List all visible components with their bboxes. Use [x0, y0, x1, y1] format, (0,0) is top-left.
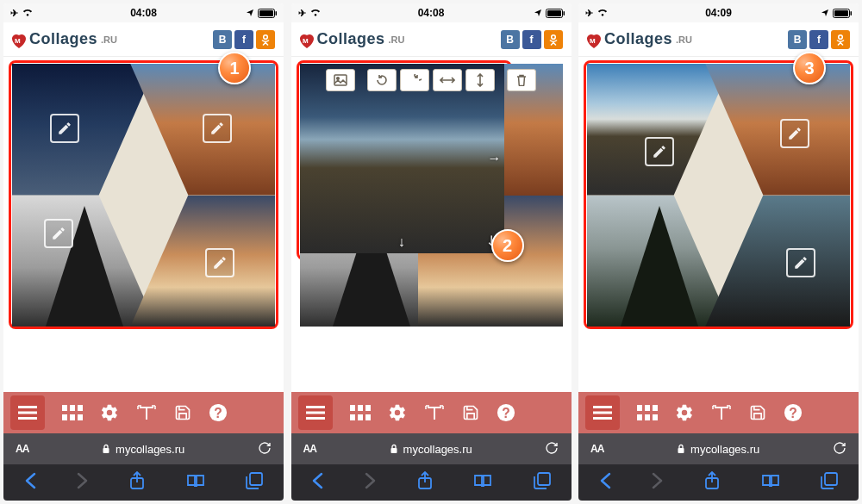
- image-edit-toolbar: [326, 69, 536, 91]
- odnoklassniki-button[interactable]: [256, 30, 275, 49]
- help-icon[interactable]: ?: [497, 403, 515, 422]
- collage-canvas[interactable]: → ↓ ↘: [300, 64, 563, 327]
- logo-text: Collages: [604, 30, 672, 48]
- help-icon[interactable]: ?: [209, 403, 228, 422]
- url-display[interactable]: mycollages.ru: [390, 443, 472, 456]
- tabs-icon[interactable]: [821, 472, 838, 493]
- settings-icon[interactable]: [100, 403, 119, 422]
- nav-back-icon[interactable]: [311, 472, 323, 493]
- menu-button[interactable]: [585, 395, 620, 430]
- resize-handle-bottom-icon[interactable]: ↓: [398, 234, 405, 250]
- tabs-icon[interactable]: [246, 472, 263, 493]
- edit-icon[interactable]: [786, 248, 815, 277]
- grid-icon[interactable]: [62, 405, 83, 420]
- help-icon[interactable]: ?: [784, 403, 803, 422]
- share-icon[interactable]: [417, 471, 433, 494]
- bookmarks-icon[interactable]: [761, 473, 780, 492]
- svg-rect-34: [365, 414, 371, 420]
- svg-rect-11: [62, 414, 67, 420]
- phone-screenshot-2: ✈ 04:08 M Collages .RU B f 2: [291, 3, 572, 501]
- edit-icon[interactable]: [203, 114, 232, 143]
- tabs-icon[interactable]: [534, 472, 551, 493]
- status-bar: ✈ 04:08: [3, 3, 284, 22]
- share-icon[interactable]: [704, 471, 720, 494]
- settings-icon[interactable]: [675, 403, 694, 422]
- svg-rect-8: [62, 405, 67, 411]
- share-icon[interactable]: [129, 471, 145, 494]
- logo-suffix: .RU: [676, 34, 692, 45]
- collage-canvas[interactable]: [587, 64, 850, 327]
- vk-button[interactable]: B: [213, 30, 232, 49]
- active-image-edit[interactable]: → ↓ ↘: [300, 64, 505, 253]
- odnoklassniki-button[interactable]: [544, 30, 563, 49]
- status-bar: ✈ 04:08: [291, 3, 572, 22]
- collage-cell-4[interactable]: [705, 196, 850, 327]
- collage-cell-2[interactable]: [130, 64, 275, 196]
- rotate-ccw-button[interactable]: [367, 69, 397, 91]
- collage-cell-1[interactable]: [12, 64, 157, 196]
- flip-vertical-button[interactable]: [465, 69, 495, 91]
- svg-rect-31: [365, 405, 371, 411]
- text-size-button[interactable]: AA: [303, 443, 316, 455]
- collage-cell-3[interactable]: [12, 196, 157, 327]
- edit-icon[interactable]: [645, 137, 674, 166]
- save-icon[interactable]: [174, 404, 191, 421]
- collage-cell-2[interactable]: [705, 64, 850, 196]
- edit-icon[interactable]: [780, 119, 809, 148]
- reload-icon[interactable]: [833, 441, 846, 457]
- collage-canvas[interactable]: [12, 64, 275, 327]
- svg-rect-49: [645, 405, 650, 411]
- text-size-button[interactable]: AA: [590, 443, 603, 455]
- svg-rect-52: [645, 414, 650, 420]
- flip-horizontal-button[interactable]: [433, 69, 462, 91]
- safari-navbar: [578, 464, 859, 501]
- edit-icon[interactable]: [205, 248, 234, 277]
- facebook-button[interactable]: f: [522, 30, 541, 49]
- bookmarks-icon[interactable]: [473, 473, 492, 492]
- replace-image-button[interactable]: [326, 69, 355, 91]
- collage-cell-4[interactable]: [130, 196, 275, 327]
- url-display[interactable]: mycollages.ru: [677, 443, 759, 456]
- menu-button[interactable]: [298, 395, 333, 430]
- save-icon[interactable]: [749, 404, 766, 421]
- nav-back-icon[interactable]: [24, 472, 36, 493]
- svg-point-23: [551, 34, 555, 39]
- text-icon[interactable]: [711, 404, 732, 421]
- save-icon[interactable]: [462, 404, 479, 421]
- odnoklassniki-button[interactable]: [831, 30, 850, 49]
- vk-button[interactable]: B: [788, 30, 807, 49]
- logo[interactable]: M Collages .RU: [297, 30, 405, 49]
- bookmarks-icon[interactable]: [186, 473, 205, 492]
- logo[interactable]: M Collages .RU: [9, 30, 117, 49]
- edit-icon[interactable]: [44, 219, 73, 248]
- facebook-button[interactable]: f: [809, 30, 828, 49]
- settings-icon[interactable]: [388, 403, 407, 422]
- svg-rect-47: [593, 417, 612, 420]
- reload-icon[interactable]: [258, 441, 272, 457]
- social-links: B f: [501, 30, 563, 49]
- wifi-icon: [22, 8, 34, 18]
- url-display[interactable]: mycollages.ru: [102, 443, 184, 456]
- safari-address-bar[interactable]: AA mycollages.ru: [291, 433, 572, 464]
- nav-back-icon[interactable]: [599, 472, 611, 493]
- edit-icon[interactable]: [50, 114, 79, 143]
- resize-handle-right-icon[interactable]: →: [487, 151, 501, 166]
- safari-address-bar[interactable]: AA mycollages.ru: [3, 433, 284, 464]
- collage-cell-1[interactable]: [587, 64, 732, 196]
- app-header: M Collages .RU B f: [291, 22, 572, 57]
- delete-button[interactable]: [507, 69, 536, 91]
- grid-icon[interactable]: [637, 405, 658, 420]
- menu-button[interactable]: [10, 395, 45, 430]
- grid-icon[interactable]: [350, 405, 371, 420]
- facebook-button[interactable]: f: [234, 30, 253, 49]
- safari-address-bar[interactable]: AA mycollages.ru: [578, 433, 859, 464]
- rotate-cw-button[interactable]: [400, 69, 429, 91]
- text-icon[interactable]: [136, 404, 157, 421]
- text-icon[interactable]: [424, 404, 445, 421]
- text-size-button[interactable]: AA: [16, 443, 28, 455]
- svg-rect-12: [70, 414, 75, 420]
- logo[interactable]: M Collages .RU: [584, 30, 692, 49]
- reload-icon[interactable]: [545, 441, 559, 457]
- vk-button[interactable]: B: [501, 30, 520, 49]
- collage-cell-3[interactable]: [587, 196, 732, 327]
